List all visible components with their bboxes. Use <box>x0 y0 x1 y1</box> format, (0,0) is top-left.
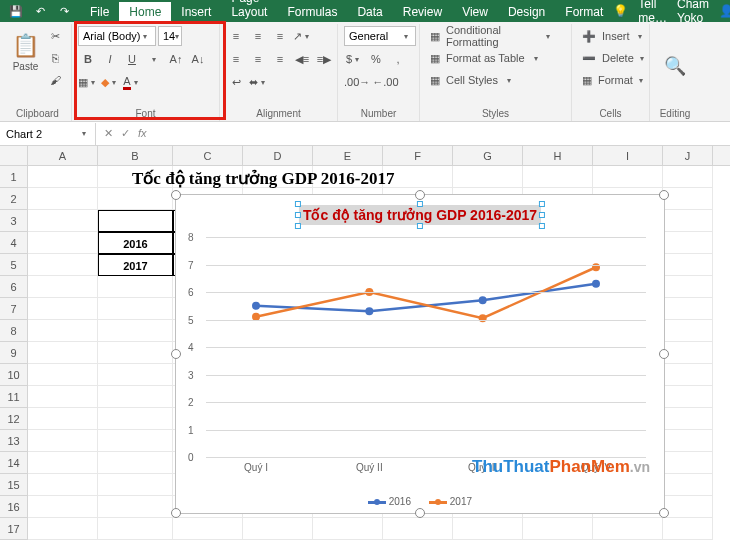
accounting-icon[interactable]: $▾ <box>344 49 364 69</box>
row-header-17[interactable]: 17 <box>0 518 28 540</box>
dec-decimal-icon[interactable]: ←.00 <box>372 72 398 92</box>
grow-font-icon[interactable]: A↑ <box>166 49 186 69</box>
tab-formulas[interactable]: Formulas <box>277 2 347 22</box>
cell-A14[interactable] <box>28 452 98 474</box>
cell-J14[interactable] <box>663 452 713 474</box>
cell-B16[interactable] <box>98 496 173 518</box>
font-color-icon[interactable]: A▾ <box>122 72 142 92</box>
cancel-icon[interactable]: ✕ <box>104 127 113 140</box>
row-header-7[interactable]: 7 <box>0 298 28 320</box>
cell-I1[interactable] <box>593 166 663 188</box>
cell-A17[interactable] <box>28 518 98 540</box>
cell-B10[interactable] <box>98 364 173 386</box>
cut-icon[interactable]: ✂ <box>45 26 65 46</box>
borders-icon[interactable]: ▦▾ <box>78 72 98 92</box>
orientation-icon[interactable]: ↗▾ <box>292 26 312 46</box>
format-painter-icon[interactable]: 🖌 <box>45 70 65 90</box>
cell-styles-button[interactable]: ▦Cell Styles▾ <box>426 70 556 90</box>
cell-J3[interactable] <box>663 210 713 232</box>
cell-A11[interactable] <box>28 386 98 408</box>
chart-legend[interactable]: 2016 2017 <box>176 496 664 507</box>
cell-J8[interactable] <box>663 320 713 342</box>
resize-handle-sw[interactable] <box>171 508 181 518</box>
col-header-D[interactable]: D <box>243 146 313 165</box>
cell-J13[interactable] <box>663 430 713 452</box>
cell-B13[interactable] <box>98 430 173 452</box>
cell-J17[interactable] <box>663 518 713 540</box>
comma-icon[interactable]: , <box>388 49 408 69</box>
row-header-1[interactable]: 1 <box>0 166 28 188</box>
tab-design[interactable]: Design <box>498 2 555 22</box>
tab-format[interactable]: Format <box>555 2 613 22</box>
align-right-icon[interactable]: ≡ <box>270 49 290 69</box>
title-handle[interactable] <box>539 212 545 218</box>
tab-view[interactable]: View <box>452 2 498 22</box>
title-handle[interactable] <box>539 223 545 229</box>
paste-button[interactable]: 📋 Paste <box>10 26 41 78</box>
row-header-14[interactable]: 14 <box>0 452 28 474</box>
cell-A1[interactable] <box>28 166 98 188</box>
cell-J16[interactable] <box>663 496 713 518</box>
cell-A9[interactable] <box>28 342 98 364</box>
font-size-select[interactable]: 14▾ <box>158 26 182 46</box>
underline-button[interactable]: U <box>122 49 142 69</box>
tab-insert[interactable]: Insert <box>171 2 221 22</box>
cell-B9[interactable] <box>98 342 173 364</box>
cell-J5[interactable] <box>663 254 713 276</box>
italic-button[interactable]: I <box>100 49 120 69</box>
col-header-F[interactable]: F <box>383 146 453 165</box>
row-header-2[interactable]: 2 <box>0 188 28 210</box>
title-handle[interactable] <box>295 212 301 218</box>
percent-icon[interactable]: % <box>366 49 386 69</box>
col-header-A[interactable]: A <box>28 146 98 165</box>
number-format-select[interactable]: General▾ <box>344 26 416 46</box>
cell-J10[interactable] <box>663 364 713 386</box>
resize-handle-w[interactable] <box>171 349 181 359</box>
cell-J15[interactable] <box>663 474 713 496</box>
cell-B14[interactable] <box>98 452 173 474</box>
resize-handle-e[interactable] <box>659 349 669 359</box>
resize-handle-ne[interactable] <box>659 190 669 200</box>
cell-J9[interactable] <box>663 342 713 364</box>
cell-J4[interactable] <box>663 232 713 254</box>
save-icon[interactable]: 💾 <box>8 3 24 19</box>
cell-B2[interactable] <box>98 188 173 210</box>
fill-color-icon[interactable]: ◆▾ <box>100 72 120 92</box>
col-header-H[interactable]: H <box>523 146 593 165</box>
col-header-C[interactable]: C <box>173 146 243 165</box>
cell-E17[interactable] <box>313 518 383 540</box>
title-handle[interactable] <box>295 223 301 229</box>
cell-B4[interactable]: 2016 <box>98 232 173 254</box>
chevron-down-icon[interactable]: ▾ <box>144 49 164 69</box>
cell-J7[interactable] <box>663 298 713 320</box>
align-center-icon[interactable]: ≡ <box>248 49 268 69</box>
cell-J12[interactable] <box>663 408 713 430</box>
worksheet-grid[interactable]: ABCDEFGHIJ Tốc độ tăng trưởng GDP 2016-2… <box>0 146 730 540</box>
col-header-J[interactable]: J <box>663 146 713 165</box>
col-header-I[interactable]: I <box>593 146 663 165</box>
resize-handle-n[interactable] <box>415 190 425 200</box>
conditional-formatting-button[interactable]: ▦Conditional Formatting▾ <box>426 26 556 46</box>
select-all-corner[interactable] <box>0 146 28 165</box>
cell-A10[interactable] <box>28 364 98 386</box>
cell-J2[interactable] <box>663 188 713 210</box>
cell-A6[interactable] <box>28 276 98 298</box>
merge-icon[interactable]: ⬌▾ <box>248 72 268 92</box>
align-middle-icon[interactable]: ≡ <box>248 26 268 46</box>
row-header-9[interactable]: 9 <box>0 342 28 364</box>
row-header-16[interactable]: 16 <box>0 496 28 518</box>
resize-handle-s[interactable] <box>415 508 425 518</box>
cell-A2[interactable] <box>28 188 98 210</box>
indent-dec-icon[interactable]: ◀≡ <box>292 49 312 69</box>
row-header-11[interactable]: 11 <box>0 386 28 408</box>
cell-H17[interactable] <box>523 518 593 540</box>
shrink-font-icon[interactable]: A↓ <box>188 49 208 69</box>
tab-home[interactable]: Home <box>119 2 171 22</box>
font-name-select[interactable]: Arial (Body)▾ <box>78 26 156 46</box>
cell-B15[interactable] <box>98 474 173 496</box>
bold-button[interactable]: B <box>78 49 98 69</box>
title-handle[interactable] <box>417 223 423 229</box>
format-cells-button[interactable]: ▦Format▾ <box>578 70 648 90</box>
cell-B6[interactable] <box>98 276 173 298</box>
cell-A12[interactable] <box>28 408 98 430</box>
